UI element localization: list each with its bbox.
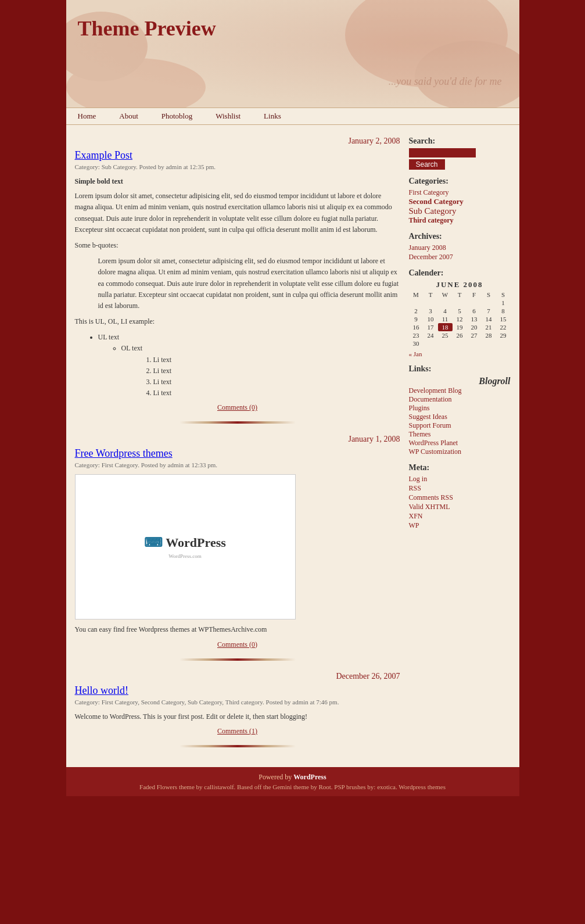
archive-jan2008-link[interactable]: January 2008	[409, 243, 446, 252]
post-1-li-1: Li text	[153, 354, 400, 366]
blogroll-item-6: WordPress Planet	[409, 439, 511, 447]
meta-xfn-link[interactable]: XFN	[409, 512, 423, 520]
cal-th-t1: T	[424, 291, 438, 299]
cal-d-25: 25	[438, 331, 453, 339]
post-2-para: You can easy find free Wordpress themes …	[75, 624, 400, 635]
meta-wp-link[interactable]: WP	[409, 521, 419, 529]
meta-xfn: XFN	[409, 512, 511, 521]
footer-powered: Powered by WordPress	[72, 773, 514, 782]
blogroll-item-2: Plugins	[409, 404, 511, 413]
calendar-prev-link[interactable]: « Jan	[409, 350, 422, 357]
cal-d-19: 19	[453, 323, 467, 331]
post-1-ul-nested: OL text Li text Li text Li text Li text	[121, 343, 400, 399]
post-2-body: You can easy find free Wordpress themes …	[75, 624, 400, 635]
post-3-title: Hello world!	[75, 685, 400, 697]
meta-wp: WP	[409, 521, 511, 530]
post-1-ul-item: UL text	[98, 332, 400, 343]
cal-d-8: 8	[496, 307, 511, 315]
post-1-bquote-label: Some b-quotes:	[75, 240, 400, 251]
meta-login: Log in	[409, 475, 511, 484]
cal-d-3: 3	[424, 307, 438, 315]
blogroll-item-3: Suggest Ideas	[409, 413, 511, 421]
post-1-li-2: Li text	[153, 366, 400, 377]
blogroll-link-3[interactable]: Suggest Ideas	[409, 413, 447, 421]
nav-photoblog[interactable]: Photoblog	[161, 112, 192, 121]
post-2-title-link[interactable]: Free Wordpress themes	[75, 447, 173, 459]
cal-d-empty4	[453, 299, 467, 307]
post-2-divider	[75, 654, 400, 663]
post-3-comments: Comments (1)	[75, 727, 400, 736]
cal-d-4: 4	[438, 307, 453, 315]
nav-wishlist[interactable]: Wishlist	[216, 112, 241, 121]
cal-week-3: 9 10 11 12 13 14 15	[409, 315, 511, 323]
meta-rss-link[interactable]: RSS	[409, 484, 421, 492]
search-input[interactable]	[409, 148, 476, 157]
meta-valid-xhtml-link[interactable]: Valid XHTML	[409, 503, 450, 511]
blogroll-link-6[interactable]: WordPress Planet	[409, 439, 458, 447]
cal-d-16: 16	[409, 323, 424, 331]
blogroll-link-1[interactable]: Documentation	[409, 395, 452, 403]
blogroll-link-2[interactable]: Plugins	[409, 404, 430, 412]
post-1-bold: Simple bold text	[75, 176, 400, 187]
meta-label: Meta:	[409, 463, 511, 472]
categories-label: Categories:	[409, 177, 511, 186]
meta-links: Log in RSS Comments RSS Valid XHTML XFN …	[409, 475, 511, 530]
post-1-body: Simple bold text Lorem ipsum dolor sit a…	[75, 176, 400, 399]
cat-first-link[interactable]: First Category	[409, 188, 449, 196]
cal-d-18-today: 18	[438, 323, 453, 331]
nav-links[interactable]: Links	[264, 112, 281, 121]
calendar-month-year: JUNE 2008	[409, 280, 511, 289]
post-3-comments-link[interactable]: Comments (1)	[217, 727, 257, 735]
post-1-li-3: Li text	[153, 377, 400, 388]
cal-d-5: 5	[453, 307, 467, 315]
cal-th-w: W	[438, 291, 453, 299]
blogroll-title: Blogroll	[409, 376, 511, 386]
links-label: Links:	[409, 364, 511, 374]
calendar-nav: « Jan	[409, 350, 511, 357]
cal-d-empty2	[424, 299, 438, 307]
cat-second-link[interactable]: Second Category	[409, 197, 464, 206]
cat-sub-link[interactable]: Sub Category	[409, 206, 457, 216]
cal-week-4: 16 17 18 19 20 21 22	[409, 323, 511, 331]
cal-d-23: 23	[409, 331, 424, 339]
cal-th-s2: S	[496, 291, 511, 299]
post-3-body: Welcome to WordPress. This is your first…	[75, 711, 400, 722]
categories-list: First Category Second Category Sub Categ…	[409, 188, 511, 225]
cal-th-m: M	[409, 291, 424, 299]
post-2-comments-link[interactable]: Comments (0)	[217, 640, 257, 649]
archive-dec2007-link[interactable]: December 2007	[409, 253, 453, 261]
blogroll-item-7: WP Customization	[409, 447, 511, 456]
blogroll-link-0[interactable]: Development Blog	[409, 386, 462, 395]
post-1-comments-link[interactable]: Comments (0)	[217, 403, 257, 411]
cat-third-link[interactable]: Third category	[409, 216, 454, 224]
search-label: Search:	[409, 137, 511, 146]
cal-d-13: 13	[467, 315, 482, 323]
meta-login-link[interactable]: Log in	[409, 475, 428, 483]
post-2-meta: Category: First Category. Posted by admi…	[75, 461, 400, 468]
post-1-ol-item: OL text	[121, 343, 400, 354]
post-1-title-link[interactable]: Example Post	[75, 149, 133, 161]
cal-d-11: 11	[438, 315, 453, 323]
cal-d-7: 7	[482, 307, 496, 315]
nav-home[interactable]: Home	[78, 112, 96, 121]
footer-powered-bold: WordPress	[293, 773, 326, 781]
post-1-meta: Category: Sub Category. Posted by admin …	[75, 163, 400, 170]
cat-third: Third category	[409, 216, 511, 225]
blogroll-link-4[interactable]: Support Forum	[409, 421, 451, 429]
post-1-divider-line	[180, 421, 296, 424]
sidebar: Search: Search Categories: First Categor…	[409, 131, 511, 758]
blogroll-link-5[interactable]: Themes	[409, 430, 431, 438]
post-3-title-link[interactable]: Hello world!	[75, 685, 128, 696]
post-1-list-label: This is UL, OL, LI example:	[75, 316, 400, 327]
nav-about[interactable]: About	[119, 112, 138, 121]
archive-jan2008: January 2008	[409, 243, 511, 252]
blogroll-item-5: Themes	[409, 430, 511, 439]
post-3-divider	[75, 740, 400, 750]
search-button[interactable]: Search	[409, 159, 445, 170]
post-1-ul: UL text OL text Li text Li text Li text …	[98, 332, 400, 399]
blogroll-item-0: Development Blog	[409, 386, 511, 395]
wordpress-logo: ⌨ WordPress	[144, 535, 226, 550]
cal-d-14: 14	[482, 315, 496, 323]
blogroll-link-7[interactable]: WP Customization	[409, 447, 462, 456]
meta-comments-rss-link[interactable]: Comments RSS	[409, 493, 453, 502]
